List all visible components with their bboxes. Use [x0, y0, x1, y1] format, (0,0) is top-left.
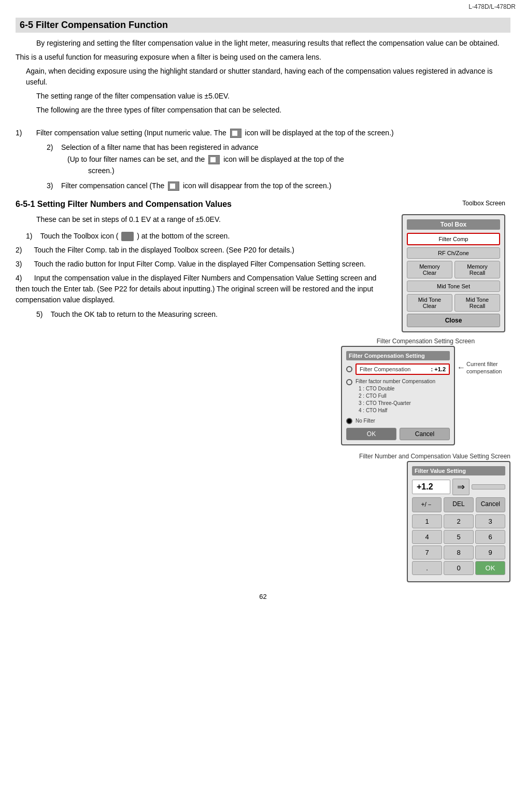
item3-text2: icon will disappear from the top of the … — [183, 181, 331, 190]
fv-btn-2[interactable]: 2 — [444, 514, 474, 528]
step5-label: 5) — [36, 310, 49, 318]
step4: 4) Input the compensation value in the d… — [16, 273, 386, 305]
section-651-title: 6-5-1 Setting Filter Numbers and Compens… — [16, 200, 510, 209]
fv-btn-8[interactable]: 8 — [444, 545, 474, 559]
fc-option2-detail: 1 : CTO Double2 : CTO Full3 : CTO Three-… — [356, 385, 450, 414]
section-65-para2: This is a useful function for measuring … — [16, 52, 510, 63]
fc-option1-label: Filter Compensation — [360, 366, 410, 372]
fv-btn-7[interactable]: 7 — [412, 545, 442, 559]
page-header: L-478D/L-478DR — [0, 0, 526, 12]
fc-cancel-btn[interactable]: Cancel — [400, 428, 450, 440]
fv-btn-3[interactable]: 3 — [475, 514, 505, 528]
step3: 3) Touch the radio button for Input Filt… — [16, 259, 386, 270]
mid-tone-row: Mid Tone Clear Mid Tone Recall — [407, 294, 500, 312]
item2-text4: screen.) — [47, 166, 115, 175]
item1-text2: icon will be displayed at the top of the… — [245, 129, 394, 137]
fv-btn-dot[interactable]: . — [412, 561, 442, 575]
section-65-para3: Again, when deciding exposure using the … — [16, 66, 510, 88]
section-65-title: 6-5 Filter Compensation Function — [16, 18, 510, 33]
fc-option2-box: Filter factor number Compensation 1 : CT… — [356, 378, 450, 414]
fv-btn-9[interactable]: 9 — [475, 545, 505, 559]
fc-title: Filter Compensation Setting — [346, 351, 450, 360]
fv-display-value: +1.2 — [412, 480, 450, 494]
filter-comp-btn[interactable]: Filter Comp — [407, 233, 500, 245]
toolbox-screen-label: Toolbox Screen — [462, 200, 505, 207]
close-btn[interactable]: Close — [407, 314, 500, 327]
section-65-para1: By registering and setting the filter co… — [16, 38, 510, 49]
fv-cancel-btn[interactable]: Cancel — [476, 497, 505, 512]
step2: 2) Touch the Filter Comp. tab in the dis… — [16, 245, 386, 256]
fv-title: Filter Value Setting — [412, 466, 505, 475]
arrow-left-icon: ← — [457, 363, 465, 372]
fc-option2-label: Filter factor number Compensation — [356, 378, 450, 385]
step1-text2: ) at the bottom of the screen. — [137, 232, 230, 240]
memory-row: Memory Clear Memory Recall — [407, 261, 500, 278]
fv-btn-6[interactable]: 6 — [475, 530, 505, 544]
fc-radio1[interactable] — [346, 366, 352, 372]
step1-label: 1) — [26, 232, 38, 240]
fv-num-grid: 1 2 3 4 5 6 7 8 9 . 0 OK — [412, 514, 505, 575]
right-column: Tool Box Filter Comp RF Ch/Zone Memory C… — [396, 214, 510, 332]
memory-recall-btn[interactable]: Memory Recall — [454, 261, 500, 278]
item1-label: 1) — [16, 129, 34, 137]
memory-clear-btn[interactable]: Memory Clear — [407, 261, 452, 278]
annotation-text: Current filter compensation — [466, 360, 510, 375]
fc-option1-value: : +1.2 — [431, 366, 446, 372]
fv-arrow-icon: ⇒ — [452, 479, 470, 495]
filter-comp-setting-label: Filter Compensation Setting Screen — [377, 338, 475, 345]
fc-option1-box: Filter Compensation : +1.2 — [356, 363, 450, 375]
item3-label: 3) — [47, 181, 59, 190]
fv-del-btn[interactable]: DEL — [444, 497, 473, 512]
filter-value-setting-label: Filter Number and Compensation Value Set… — [359, 453, 510, 460]
section-65-para4: The setting range of the filter compensa… — [16, 91, 510, 102]
filter-value-setting-screen: Filter Value Setting +1.2 ⇒ +/－ DEL Canc… — [407, 461, 510, 582]
section-65-para5: The following are the three types of fil… — [16, 105, 510, 116]
step5: 5) Touch the OK tab to return to the Mea… — [16, 309, 386, 320]
step1: 1) Touch the Toolbox icon ( ) at the bot… — [16, 230, 386, 242]
fc-option3-row: No Filter — [346, 417, 450, 425]
filter-comp-setting-screen: Filter Compensation Setting Filter Compe… — [341, 346, 455, 445]
fv-btn-ok[interactable]: OK — [475, 561, 505, 575]
item1: 1) Filter compensation value setting (In… — [16, 127, 510, 138]
fc-radio2[interactable] — [346, 379, 352, 385]
fc-option2-row: Filter factor number Compensation 1 : CT… — [346, 378, 450, 414]
page-number: 62 — [16, 593, 510, 600]
toolbox-title: Tool Box — [407, 219, 500, 230]
toolbox-screen: Tool Box Filter Comp RF Ch/Zone Memory C… — [402, 214, 505, 332]
filter-icon-2 — [208, 155, 220, 164]
item2-text3: icon will be displayed at the top of the — [223, 155, 344, 163]
fc-option1-row: Filter Compensation : +1.2 — [346, 363, 450, 375]
annotation: ← Current filter compensation — [457, 360, 510, 375]
fv-btn-4[interactable]: 4 — [412, 530, 442, 544]
rf-ch-zone-btn[interactable]: RF Ch/Zone — [407, 247, 500, 259]
item1-text: Filter compensation value setting (Input… — [36, 129, 229, 137]
filter-icon-1 — [230, 129, 241, 138]
fv-display-right — [472, 484, 506, 489]
item3: 3) Filter compensation cancel (The icon … — [16, 180, 510, 191]
item2-text: Selection of a filter name that has been… — [61, 143, 259, 151]
fv-display-row: +1.2 ⇒ — [412, 479, 505, 495]
item2-text2: (Up to four filter names can be set, and… — [47, 155, 207, 163]
fc-btn-row: OK Cancel — [346, 428, 450, 440]
fc-ok-btn[interactable]: OK — [346, 428, 396, 440]
item2-label: 2) — [47, 143, 59, 151]
mid-tone-clear-btn[interactable]: Mid Tone Clear — [407, 294, 452, 312]
fv-btn-5[interactable]: 5 — [444, 530, 474, 544]
fc-option3-label: No Filter — [356, 417, 375, 425]
model-number: L-478D/L-478DR — [468, 3, 516, 10]
mid-tone-set-btn[interactable]: Mid Tone Set — [407, 281, 500, 292]
item3-text: Filter compensation cancel (The — [61, 181, 166, 190]
section651-para1: These can be set in steps of 0.1 EV at a… — [16, 214, 386, 225]
fc-radio3[interactable] — [346, 418, 352, 424]
fv-control-row: +/－ DEL Cancel — [412, 497, 505, 512]
fv-btn-0[interactable]: 0 — [444, 561, 474, 575]
step5-text: Touch the OK tab to return to the Measur… — [51, 310, 218, 318]
mid-tone-recall-btn[interactable]: Mid Tone Recall — [454, 294, 500, 312]
filter-icon-3 — [168, 181, 179, 191]
fv-btn-1[interactable]: 1 — [412, 514, 442, 528]
fv-plus-minus-btn[interactable]: +/－ — [412, 497, 442, 512]
left-column: These can be set in steps of 0.1 EV at a… — [16, 214, 386, 332]
step1-text: Touch the Toolbox icon ( — [40, 232, 119, 240]
annotation-arrow-container: ← Current filter compensation — [457, 346, 510, 375]
item2: 2) Selection of a filter name that has b… — [16, 142, 510, 176]
